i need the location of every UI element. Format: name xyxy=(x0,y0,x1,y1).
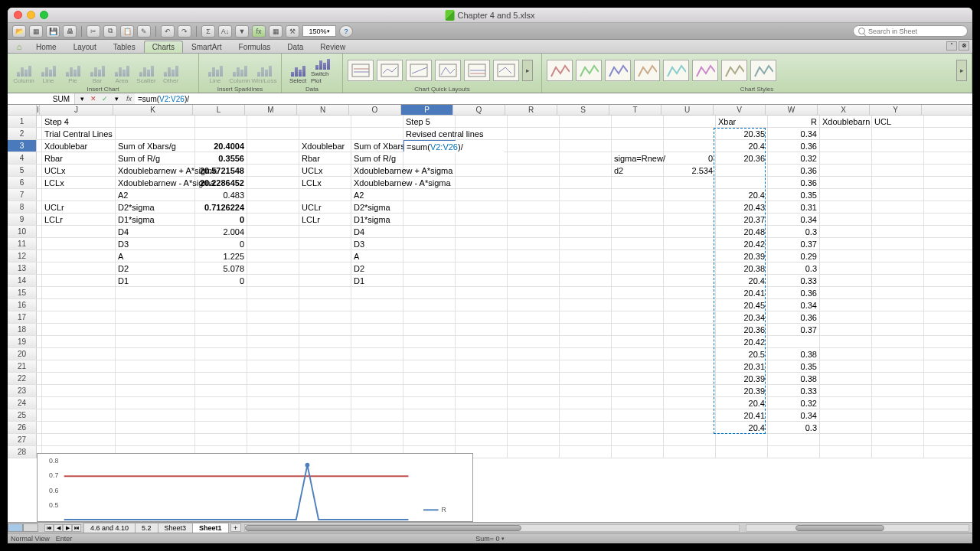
cell[interactable] xyxy=(403,165,456,176)
cell[interactable] xyxy=(299,373,351,384)
cell[interactable] xyxy=(42,262,116,274)
cell[interactable] xyxy=(247,275,299,286)
cell[interactable] xyxy=(195,422,247,433)
cell[interactable] xyxy=(560,434,612,445)
column-header-T[interactable]: T xyxy=(609,105,662,115)
cell[interactable] xyxy=(560,373,612,384)
cell[interactable]: 2.534 xyxy=(664,165,716,176)
column-header-N[interactable]: N xyxy=(297,105,349,115)
cell[interactable] xyxy=(664,397,716,409)
cell[interactable] xyxy=(560,152,612,164)
cell[interactable] xyxy=(403,238,456,249)
cell[interactable] xyxy=(116,299,195,311)
cell[interactable] xyxy=(664,250,716,262)
cell[interactable] xyxy=(872,152,924,164)
cell[interactable] xyxy=(42,250,116,262)
row-header[interactable]: 19 xyxy=(8,336,37,347)
cell[interactable]: 20.4 xyxy=(716,189,768,201)
name-box-dropdown[interactable]: ▾ xyxy=(77,94,87,103)
cell[interactable]: Rbar xyxy=(299,152,351,164)
ribbon-close-button[interactable]: ⊗ xyxy=(959,41,969,51)
cell[interactable]: 0.34 xyxy=(768,214,820,225)
cell[interactable] xyxy=(872,140,924,152)
cell[interactable] xyxy=(195,311,247,323)
chart-style-thumb[interactable] xyxy=(634,60,660,81)
cell[interactable] xyxy=(351,324,403,335)
cell[interactable] xyxy=(116,373,195,384)
chart-style-thumb[interactable] xyxy=(750,60,776,81)
cell[interactable] xyxy=(247,238,299,249)
cell[interactable]: 20.36 xyxy=(716,152,768,164)
cell[interactable] xyxy=(716,177,768,188)
cell[interactable] xyxy=(664,311,716,323)
cell[interactable] xyxy=(872,324,924,335)
cell[interactable] xyxy=(820,140,872,152)
cell[interactable] xyxy=(456,336,508,347)
cell[interactable] xyxy=(612,324,664,335)
cell[interactable] xyxy=(768,434,820,445)
cell[interactable] xyxy=(560,177,612,188)
cell[interactable] xyxy=(768,446,820,458)
cell[interactable] xyxy=(612,140,664,152)
zoom-window-button[interactable] xyxy=(40,11,48,19)
cell[interactable] xyxy=(42,189,116,201)
cell[interactable]: D1*sigma xyxy=(351,214,403,225)
cell[interactable]: 20.39 xyxy=(716,373,768,384)
cell[interactable] xyxy=(299,434,351,445)
cell[interactable]: Step 4 xyxy=(42,116,116,127)
cell[interactable] xyxy=(508,385,560,396)
cell[interactable] xyxy=(403,177,456,188)
format-button[interactable]: ✎ xyxy=(137,25,151,37)
cell[interactable]: d2 xyxy=(612,165,664,176)
cell[interactable] xyxy=(116,422,195,433)
cell[interactable] xyxy=(403,422,456,433)
cell[interactable] xyxy=(42,238,116,249)
cell[interactable] xyxy=(116,348,195,360)
cell[interactable] xyxy=(508,324,560,335)
cell[interactable] xyxy=(403,275,456,286)
cell[interactable]: 20.42 xyxy=(716,238,768,249)
column-header-Y[interactable]: Y xyxy=(870,105,922,115)
row-header[interactable]: 25 xyxy=(8,409,37,421)
status-sum[interactable]: Sum= 0 ▾ xyxy=(475,535,504,543)
cell[interactable] xyxy=(403,189,456,201)
cell[interactable]: Sum of Xbars/g xyxy=(116,140,195,152)
cut-button[interactable]: ✂ xyxy=(87,25,100,37)
cell[interactable] xyxy=(664,116,716,127)
cell[interactable]: Xbar xyxy=(716,116,768,127)
cell[interactable]: D4 xyxy=(116,226,195,237)
cell[interactable] xyxy=(456,128,508,139)
cell[interactable] xyxy=(299,250,351,262)
cell[interactable] xyxy=(612,177,664,188)
minimize-window-button[interactable] xyxy=(27,11,35,19)
search-input[interactable] xyxy=(868,28,962,35)
cell[interactable]: 0.36 xyxy=(768,165,820,176)
cell[interactable] xyxy=(299,116,351,127)
column-header-V[interactable]: V xyxy=(714,105,766,115)
cell[interactable] xyxy=(299,128,351,139)
cell[interactable] xyxy=(612,422,664,433)
cell[interactable] xyxy=(456,324,508,335)
cell[interactable]: 0.36 xyxy=(768,177,820,188)
cell[interactable] xyxy=(37,311,42,323)
cell[interactable] xyxy=(247,409,299,421)
cell[interactable] xyxy=(872,201,924,213)
cell[interactable]: Sum of R/g xyxy=(116,152,195,164)
cell[interactable] xyxy=(37,348,42,360)
cell[interactable] xyxy=(37,201,42,213)
cell[interactable]: 20.39 xyxy=(716,250,768,262)
cell[interactable] xyxy=(299,348,351,360)
cell[interactable] xyxy=(37,373,42,384)
row-header[interactable]: 28 xyxy=(8,446,37,458)
cell[interactable] xyxy=(560,214,612,225)
cell[interactable]: 20.37 xyxy=(716,214,768,225)
cell[interactable] xyxy=(872,311,924,323)
cell[interactable] xyxy=(195,360,247,372)
row-header[interactable]: 1 xyxy=(8,116,37,127)
cell[interactable] xyxy=(456,299,508,311)
cell[interactable]: 20.38 xyxy=(716,262,768,274)
cell[interactable] xyxy=(612,434,664,445)
cell[interactable] xyxy=(42,275,116,286)
cell[interactable] xyxy=(664,409,716,421)
cell[interactable] xyxy=(403,348,456,360)
